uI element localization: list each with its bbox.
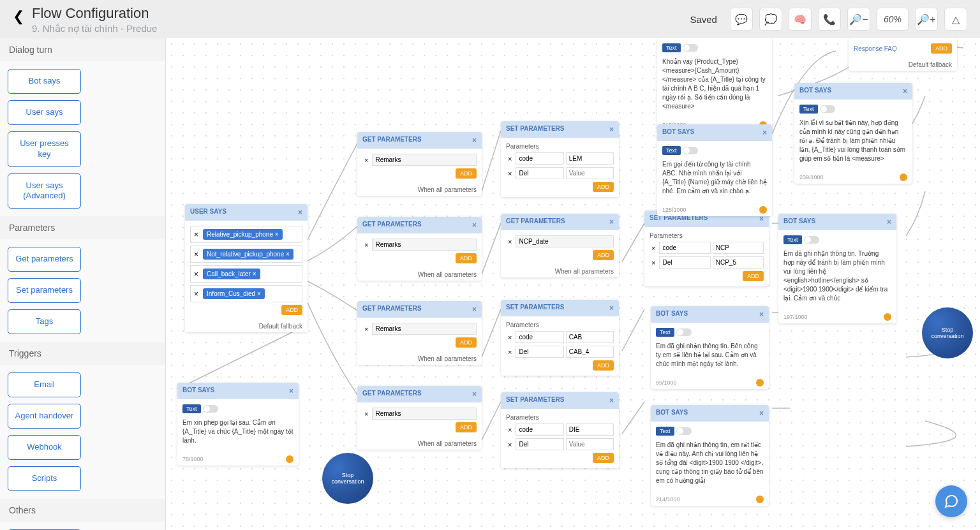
bot-says-node[interactable]: BOT SAYS× Text Em xin phép gọi lại sau. … bbox=[177, 383, 299, 466]
intent-tag[interactable]: Inform_Cus_died × bbox=[203, 288, 265, 299]
close-icon[interactable]: × bbox=[298, 208, 302, 217]
remove-icon[interactable]: × bbox=[506, 348, 514, 356]
close-icon[interactable]: × bbox=[289, 386, 293, 395]
remove-icon[interactable]: × bbox=[506, 170, 514, 177]
intent-tag[interactable]: Not_relative_pickup_phone × bbox=[203, 249, 293, 260]
intent-tag[interactable]: Relative_pickup_phone × bbox=[203, 229, 283, 240]
remove-icon[interactable]: × bbox=[506, 426, 514, 434]
zoom-out-icon[interactable]: 🔎− bbox=[847, 8, 870, 31]
toggle[interactable] bbox=[804, 236, 819, 244]
param-value[interactable] bbox=[566, 167, 614, 179]
param-key[interactable] bbox=[659, 256, 710, 269]
remove-icon[interactable]: × bbox=[192, 290, 200, 298]
bot-says-node[interactable]: BOT SAYS× Text Xin lỗi vì sự bất tiện nà… bbox=[794, 83, 912, 184]
faq-label[interactable]: Response FAQ bbox=[854, 45, 897, 52]
remove-icon[interactable]: × bbox=[506, 334, 514, 341]
close-icon[interactable]: × bbox=[759, 310, 764, 319]
add-button[interactable]: ADD bbox=[593, 360, 614, 371]
close-icon[interactable]: × bbox=[472, 221, 477, 230]
upload-icon[interactable]: △ bbox=[944, 8, 967, 31]
close-icon[interactable]: × bbox=[472, 136, 477, 145]
param-key[interactable] bbox=[516, 167, 563, 179]
toggle[interactable] bbox=[203, 405, 218, 413]
tags-button[interactable]: Tags bbox=[8, 309, 81, 334]
add-button[interactable]: ADD bbox=[743, 271, 764, 281]
param-key[interactable] bbox=[516, 331, 563, 343]
get-params-node[interactable]: GET PARAMETERS× ×ADD When all parameters bbox=[357, 301, 482, 365]
param-input[interactable] bbox=[516, 235, 614, 247]
remove-icon[interactable]: × bbox=[192, 230, 200, 239]
param-value[interactable] bbox=[566, 346, 614, 358]
remove-icon[interactable]: × bbox=[192, 270, 200, 279]
remove-icon[interactable]: × bbox=[650, 259, 657, 267]
phone-icon[interactable]: 📞 bbox=[818, 8, 841, 31]
back-button[interactable]: ❮ bbox=[13, 8, 24, 25]
intent-tag[interactable]: Call_back_later × bbox=[203, 269, 260, 279]
add-button[interactable]: ADD bbox=[456, 422, 477, 432]
stop-conversation-node[interactable]: Stop conversation bbox=[922, 307, 973, 358]
toggle[interactable] bbox=[820, 105, 835, 113]
get-params-node[interactable]: GET PARAMETERS× ×ADD When all parameters bbox=[357, 386, 482, 450]
set-params-node[interactable]: SET PARAMETERS× Parameters × × ADD bbox=[644, 210, 769, 286]
user-adv-button[interactable]: User says (Advanced) bbox=[8, 173, 81, 209]
get-params-node[interactable]: GET PARAMETERS× × ADD When all parameter… bbox=[357, 132, 482, 196]
get-params-node[interactable]: GET PARAMETERS× ×ADD When all parameters bbox=[501, 214, 619, 277]
faq-node[interactable]: Response FAQ ADD Default fallback bbox=[849, 38, 957, 71]
stop-conversation-node[interactable]: Stop conversation bbox=[322, 453, 373, 504]
email-button[interactable]: Email bbox=[8, 372, 81, 397]
close-icon[interactable]: × bbox=[762, 128, 767, 137]
brain-icon[interactable]: 💭 bbox=[759, 8, 782, 31]
param-input[interactable] bbox=[372, 239, 477, 251]
set-params-button[interactable]: Set parameters bbox=[8, 278, 81, 303]
toggle[interactable] bbox=[683, 147, 698, 154]
close-icon[interactable]: × bbox=[759, 409, 764, 418]
close-icon[interactable]: × bbox=[472, 305, 477, 314]
get-params-button[interactable]: Get parameters bbox=[8, 247, 81, 272]
handover-button[interactable]: Agent handover bbox=[8, 404, 81, 429]
param-value[interactable] bbox=[566, 438, 614, 450]
user-key-button[interactable]: User presses key bbox=[8, 131, 81, 167]
close-icon[interactable]: × bbox=[903, 87, 907, 96]
bot-says-node[interactable]: BOT SAYS× Text Em đã ghi nhận thông tin.… bbox=[778, 214, 896, 323]
param-key[interactable] bbox=[659, 242, 710, 254]
user-says-node[interactable]: USER SAYS× ×Relative_pickup_phone × ×Not… bbox=[185, 204, 308, 332]
param-input[interactable] bbox=[372, 154, 477, 166]
param-key[interactable] bbox=[516, 438, 563, 450]
remove-icon[interactable]: × bbox=[192, 250, 200, 259]
param-value[interactable] bbox=[566, 331, 614, 343]
get-params-node[interactable]: GET PARAMETERS× ×ADD When all parameters bbox=[357, 217, 482, 281]
set-params-node[interactable]: SET PARAMETERS× Parameters × × ADD bbox=[501, 392, 619, 468]
zoom-in-icon[interactable]: 🔎+ bbox=[915, 8, 938, 31]
bot-says-node[interactable]: Text Khoản vay {Product_Type} <measure>{… bbox=[657, 38, 772, 131]
toggle[interactable] bbox=[683, 44, 698, 52]
remove-icon[interactable]: × bbox=[362, 156, 370, 164]
add-button[interactable]: ADD bbox=[281, 305, 302, 315]
param-value[interactable] bbox=[713, 256, 764, 269]
remove-icon[interactable]: × bbox=[506, 238, 514, 246]
add-button[interactable]: ADD bbox=[456, 337, 477, 348]
close-icon[interactable]: × bbox=[609, 304, 614, 313]
webhook-button[interactable]: Webhook bbox=[8, 435, 81, 460]
add-button[interactable]: ADD bbox=[456, 253, 477, 263]
param-key[interactable] bbox=[516, 152, 563, 165]
add-button[interactable]: ADD bbox=[593, 453, 614, 463]
brain2-icon[interactable]: 🧠 bbox=[789, 8, 812, 31]
toggle[interactable] bbox=[676, 328, 692, 336]
remove-icon[interactable]: × bbox=[506, 441, 514, 448]
param-key[interactable] bbox=[516, 346, 563, 358]
param-key[interactable] bbox=[516, 423, 563, 436]
close-icon[interactable]: × bbox=[609, 217, 614, 226]
close-icon[interactable]: × bbox=[609, 125, 614, 134]
bot-says-node[interactable]: BOT SAYS× Text Em gọi đến từ công ty tài… bbox=[657, 124, 772, 216]
zoom-level[interactable]: 60% bbox=[877, 8, 909, 31]
canvas[interactable]: USER SAYS× ×Relative_pickup_phone × ×Not… bbox=[166, 38, 980, 530]
param-input[interactable] bbox=[372, 408, 477, 420]
add-button[interactable]: ADD bbox=[931, 43, 952, 54]
remove-icon[interactable]: × bbox=[650, 244, 657, 252]
param-value[interactable] bbox=[566, 152, 614, 165]
remove-icon[interactable]: × bbox=[362, 325, 370, 333]
toggle[interactable] bbox=[676, 427, 692, 435]
user-says-button[interactable]: User says bbox=[8, 100, 81, 125]
remove-icon[interactable]: × bbox=[362, 241, 370, 249]
add-button[interactable]: ADD bbox=[593, 250, 614, 260]
